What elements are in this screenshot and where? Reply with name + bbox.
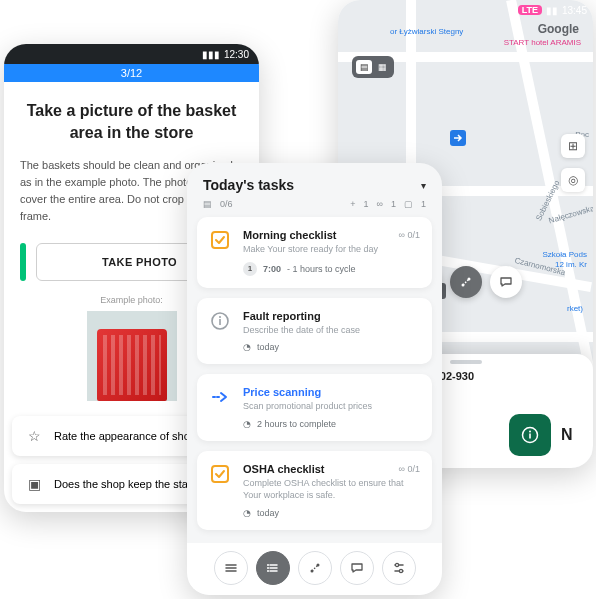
sliders-icon[interactable]	[382, 551, 416, 585]
task-meta: ◔today	[243, 508, 420, 518]
svg-point-11	[267, 567, 269, 569]
checkbox-icon	[209, 463, 231, 485]
box-icon: ▢	[404, 199, 413, 209]
task-title: Fault reporting	[243, 310, 321, 322]
basket-illustration	[97, 329, 167, 401]
tasks-header: Today's tasks ▾ ▤ 0/6 +1 ∞1 ▢1	[187, 163, 442, 217]
accent-bar	[20, 243, 26, 281]
map-marker[interactable]	[450, 130, 466, 146]
list-icon: ▤	[203, 199, 212, 209]
task-subtitle: Scan promotional product prices	[243, 400, 420, 413]
progress-indicator: 3/12	[4, 64, 259, 82]
example-photo	[87, 311, 177, 401]
task-subtitle: Make Your store ready for the day	[243, 243, 420, 256]
svg-point-16	[399, 569, 402, 572]
status-bar: LTE▮▮13:45	[338, 0, 593, 20]
clock-icon: ◔	[243, 508, 251, 518]
task-counter: 0/6	[220, 199, 233, 209]
chat-icon[interactable]	[340, 551, 374, 585]
task-price-scanning[interactable]: Price scanning Scan promotional product …	[197, 374, 432, 441]
plus-icon: +	[350, 199, 355, 209]
bubble-chat-icon[interactable]	[490, 266, 522, 298]
map-type-layers-icon: ▦	[374, 60, 390, 74]
map-type-list-icon: ▤	[356, 60, 372, 74]
google-logo: Google	[538, 22, 579, 36]
poi-rink: or Łyżwiarski Stegny	[390, 27, 463, 36]
arrow-icon	[209, 386, 231, 408]
task-subtitle: Complete OSHA checklist to ensure that Y…	[243, 477, 420, 502]
sheet-next: N	[561, 426, 575, 444]
task-osha-checklist[interactable]: OSHA checklist ∞ 0/1 Complete OSHA check…	[197, 451, 432, 530]
task-meta: ◔2 hours to complete	[243, 419, 420, 429]
task-fault-reporting[interactable]: Fault reporting Describe the date of the…	[197, 298, 432, 365]
task-count: ∞ 0/1	[399, 230, 420, 240]
map-type-toggle[interactable]: ▤ ▦	[352, 56, 394, 78]
info-icon	[209, 310, 231, 332]
task-title: OSHA checklist	[243, 463, 325, 475]
task-list: Morning checklist ∞ 0/1 Make Your store …	[187, 217, 442, 530]
info-button[interactable]	[509, 414, 551, 456]
task-count: ∞ 0/1	[399, 464, 420, 474]
svg-rect-4	[529, 434, 531, 439]
checkbox-icon	[209, 229, 231, 251]
list-icon[interactable]	[256, 551, 290, 585]
svg-point-7	[219, 316, 221, 318]
menu-icon[interactable]	[214, 551, 248, 585]
svg-point-10	[267, 564, 269, 566]
bottom-nav	[187, 543, 442, 595]
svg-point-3	[529, 431, 531, 433]
task-meta: ◔today	[243, 342, 420, 352]
expand-toggle[interactable]: ▾	[421, 180, 426, 191]
clock-label: 13:45	[562, 5, 587, 16]
status-bar: ▮▮▮ 12:30	[4, 44, 259, 64]
task-meta: 1 7:00 - 1 hours to cycle	[243, 262, 420, 276]
svg-rect-8	[219, 319, 221, 325]
bubble-route-icon[interactable]	[450, 266, 482, 298]
poi-hotel: START hotel ARAMIS	[504, 38, 581, 47]
clock-icon: ◔	[243, 342, 251, 352]
svg-point-12	[267, 570, 269, 572]
phone-tasks: Today's tasks ▾ ▤ 0/6 +1 ∞1 ▢1 Morning c…	[187, 163, 442, 595]
poi-market: rket)	[567, 304, 583, 313]
task-title: Take a picture of the basket area in the…	[20, 100, 243, 143]
zoom-button[interactable]: ⊞	[561, 134, 585, 158]
map-side-controls: ⊞ ◎	[561, 134, 585, 192]
task-subtitle: Describe the date of the case	[243, 324, 420, 337]
book-icon: ▣	[26, 476, 42, 492]
svg-point-15	[395, 563, 398, 566]
task-title: Price scanning	[243, 386, 321, 398]
task-title: Morning checklist	[243, 229, 337, 241]
svg-rect-5	[212, 232, 228, 248]
task-morning-checklist[interactable]: Morning checklist ∞ 0/1 Make Your store …	[197, 217, 432, 288]
svg-rect-9	[212, 466, 228, 482]
signal-icon: ▮▮▮	[202, 49, 220, 60]
locate-button[interactable]: ◎	[561, 168, 585, 192]
star-icon: ☆	[26, 428, 42, 444]
header-title: Today's tasks	[203, 177, 294, 193]
poi-school: Szkoła Pods	[543, 250, 587, 259]
link-icon: ∞	[377, 199, 383, 209]
badge: 1	[243, 262, 257, 276]
clock-label: 12:30	[224, 49, 249, 60]
route-icon[interactable]	[298, 551, 332, 585]
clock-icon: ◔	[243, 419, 251, 429]
